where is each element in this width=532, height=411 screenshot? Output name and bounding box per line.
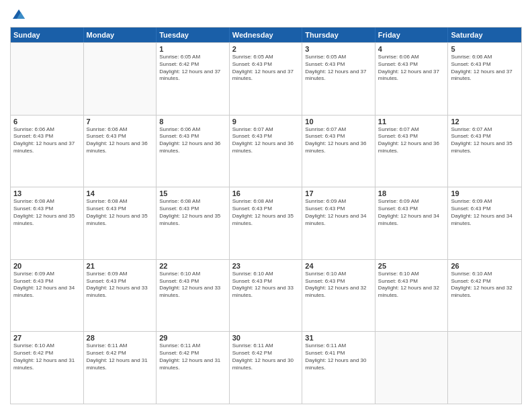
day-number: 18 [378, 189, 445, 197]
day-number: 28 [87, 334, 154, 342]
calendar-cell [375, 332, 449, 404]
day-number: 5 [451, 45, 519, 53]
calendar-cell: 18Sunrise: 6:09 AMSunset: 6:43 PMDayligh… [375, 187, 449, 259]
calendar-cell: 28Sunrise: 6:11 AMSunset: 6:42 PMDayligh… [84, 332, 157, 404]
day-info: Sunrise: 6:06 AMSunset: 6:43 PMDaylight:… [451, 54, 519, 83]
day-info: Sunrise: 6:10 AMSunset: 6:43 PMDaylight:… [159, 271, 226, 300]
day-number: 26 [451, 262, 519, 270]
day-number: 2 [232, 45, 300, 53]
day-info: Sunrise: 6:11 AMSunset: 6:41 PMDaylight:… [305, 342, 372, 371]
day-number: 19 [451, 189, 519, 197]
calendar-cell [448, 332, 521, 404]
day-info: Sunrise: 6:05 AMSunset: 6:42 PMDaylight:… [159, 54, 226, 83]
page: SundayMondayTuesdayWednesdayThursdayFrid… [0, 0, 532, 411]
calendar-cell: 4Sunrise: 6:06 AMSunset: 6:43 PMDaylight… [375, 43, 449, 115]
day-number: 1 [159, 45, 226, 53]
day-number: 13 [13, 189, 81, 197]
calendar-cell: 3Sunrise: 6:05 AMSunset: 6:43 PMDaylight… [302, 43, 375, 115]
day-info: Sunrise: 6:08 AMSunset: 6:43 PMDaylight:… [159, 198, 226, 227]
day-info: Sunrise: 6:09 AMSunset: 6:43 PMDaylight:… [378, 198, 445, 227]
day-info: Sunrise: 6:10 AMSunset: 6:43 PMDaylight:… [305, 271, 372, 300]
calendar-cell: 2Sunrise: 6:05 AMSunset: 6:43 PMDaylight… [230, 43, 303, 115]
day-number: 29 [159, 334, 226, 342]
calendar-cell: 25Sunrise: 6:10 AMSunset: 6:43 PMDayligh… [375, 260, 449, 332]
day-number: 25 [378, 262, 445, 270]
calendar-week-row: 1Sunrise: 6:05 AMSunset: 6:42 PMDaylight… [11, 42, 521, 115]
calendar-cell: 27Sunrise: 6:10 AMSunset: 6:42 PMDayligh… [11, 332, 84, 404]
day-info: Sunrise: 6:10 AMSunset: 6:43 PMDaylight:… [378, 271, 445, 300]
day-info: Sunrise: 6:09 AMSunset: 6:43 PMDaylight:… [305, 198, 372, 227]
day-number: 7 [87, 118, 154, 126]
day-info: Sunrise: 6:10 AMSunset: 6:43 PMDaylight:… [232, 271, 300, 300]
day-number: 24 [305, 262, 372, 270]
day-info: Sunrise: 6:07 AMSunset: 6:43 PMDaylight:… [305, 126, 372, 155]
day-number: 9 [232, 118, 300, 126]
calendar-header: SundayMondayTuesdayWednesdayThursdayFrid… [11, 28, 521, 42]
day-number: 20 [13, 262, 81, 270]
day-info: Sunrise: 6:07 AMSunset: 6:43 PMDaylight:… [378, 126, 445, 155]
calendar-cell: 13Sunrise: 6:08 AMSunset: 6:43 PMDayligh… [11, 187, 84, 259]
calendar: SundayMondayTuesdayWednesdayThursdayFrid… [10, 27, 522, 404]
day-info: Sunrise: 6:06 AMSunset: 6:43 PMDaylight:… [159, 126, 226, 155]
calendar-cell: 31Sunrise: 6:11 AMSunset: 6:41 PMDayligh… [302, 332, 375, 404]
calendar-cell: 9Sunrise: 6:07 AMSunset: 6:43 PMDaylight… [230, 116, 303, 187]
calendar-cell: 19Sunrise: 6:09 AMSunset: 6:43 PMDayligh… [448, 187, 521, 259]
day-of-week-header: Monday [84, 28, 157, 42]
day-info: Sunrise: 6:08 AMSunset: 6:43 PMDaylight:… [232, 198, 300, 227]
calendar-cell: 10Sunrise: 6:07 AMSunset: 6:43 PMDayligh… [302, 116, 375, 187]
calendar-cell: 5Sunrise: 6:06 AMSunset: 6:43 PMDaylight… [448, 43, 521, 115]
day-info: Sunrise: 6:06 AMSunset: 6:43 PMDaylight:… [378, 54, 445, 83]
calendar-cell: 12Sunrise: 6:07 AMSunset: 6:43 PMDayligh… [448, 116, 521, 187]
logo-icon [11, 7, 26, 21]
calendar-cell: 14Sunrise: 6:08 AMSunset: 6:43 PMDayligh… [84, 187, 157, 259]
day-of-week-header: Thursday [302, 28, 375, 42]
day-number: 14 [87, 189, 154, 197]
day-info: Sunrise: 6:10 AMSunset: 6:42 PMDaylight:… [13, 342, 81, 371]
calendar-cell: 17Sunrise: 6:09 AMSunset: 6:43 PMDayligh… [302, 187, 375, 259]
calendar-week-row: 27Sunrise: 6:10 AMSunset: 6:42 PMDayligh… [11, 331, 521, 404]
day-info: Sunrise: 6:11 AMSunset: 6:42 PMDaylight:… [87, 342, 154, 371]
day-of-week-header: Saturday [448, 28, 521, 42]
calendar-cell: 8Sunrise: 6:06 AMSunset: 6:43 PMDaylight… [157, 116, 230, 187]
day-number: 11 [378, 118, 445, 126]
day-of-week-header: Sunday [11, 28, 84, 42]
day-info: Sunrise: 6:06 AMSunset: 6:43 PMDaylight:… [13, 126, 81, 155]
calendar-cell: 22Sunrise: 6:10 AMSunset: 6:43 PMDayligh… [157, 260, 230, 332]
day-number: 15 [159, 189, 226, 197]
day-number: 17 [305, 189, 372, 197]
day-number: 21 [87, 262, 154, 270]
calendar-cell: 24Sunrise: 6:10 AMSunset: 6:43 PMDayligh… [302, 260, 375, 332]
calendar-cell: 21Sunrise: 6:09 AMSunset: 6:43 PMDayligh… [84, 260, 157, 332]
calendar-cell: 6Sunrise: 6:06 AMSunset: 6:43 PMDaylight… [11, 116, 84, 187]
calendar-cell: 16Sunrise: 6:08 AMSunset: 6:43 PMDayligh… [230, 187, 303, 259]
day-of-week-header: Wednesday [230, 28, 303, 42]
day-number: 31 [305, 334, 372, 342]
calendar-cell: 23Sunrise: 6:10 AMSunset: 6:43 PMDayligh… [230, 260, 303, 332]
day-info: Sunrise: 6:11 AMSunset: 6:42 PMDaylight:… [232, 342, 300, 371]
calendar-cell [84, 43, 157, 115]
day-info: Sunrise: 6:09 AMSunset: 6:43 PMDaylight:… [451, 198, 519, 227]
day-info: Sunrise: 6:09 AMSunset: 6:43 PMDaylight:… [13, 271, 81, 300]
calendar-cell: 11Sunrise: 6:07 AMSunset: 6:43 PMDayligh… [375, 116, 449, 187]
calendar-cell: 26Sunrise: 6:10 AMSunset: 6:42 PMDayligh… [448, 260, 521, 332]
calendar-week-row: 13Sunrise: 6:08 AMSunset: 6:43 PMDayligh… [11, 187, 521, 259]
logo [10, 7, 26, 21]
day-info: Sunrise: 6:07 AMSunset: 6:43 PMDaylight:… [451, 126, 519, 155]
calendar-cell: 20Sunrise: 6:09 AMSunset: 6:43 PMDayligh… [11, 260, 84, 332]
calendar-week-row: 20Sunrise: 6:09 AMSunset: 6:43 PMDayligh… [11, 259, 521, 332]
header [10, 7, 522, 21]
calendar-week-row: 6Sunrise: 6:06 AMSunset: 6:43 PMDaylight… [11, 115, 521, 187]
day-of-week-header: Tuesday [157, 28, 230, 42]
day-number: 3 [305, 45, 372, 53]
day-number: 22 [159, 262, 226, 270]
calendar-cell [11, 43, 84, 115]
calendar-cell: 1Sunrise: 6:05 AMSunset: 6:42 PMDaylight… [157, 43, 230, 115]
calendar-cell: 30Sunrise: 6:11 AMSunset: 6:42 PMDayligh… [230, 332, 303, 404]
day-of-week-header: Friday [375, 28, 449, 42]
calendar-cell: 7Sunrise: 6:06 AMSunset: 6:43 PMDaylight… [84, 116, 157, 187]
day-number: 8 [159, 118, 226, 126]
day-number: 16 [232, 189, 300, 197]
day-info: Sunrise: 6:05 AMSunset: 6:43 PMDaylight:… [305, 54, 372, 83]
day-info: Sunrise: 6:10 AMSunset: 6:42 PMDaylight:… [451, 271, 519, 300]
day-number: 4 [378, 45, 445, 53]
